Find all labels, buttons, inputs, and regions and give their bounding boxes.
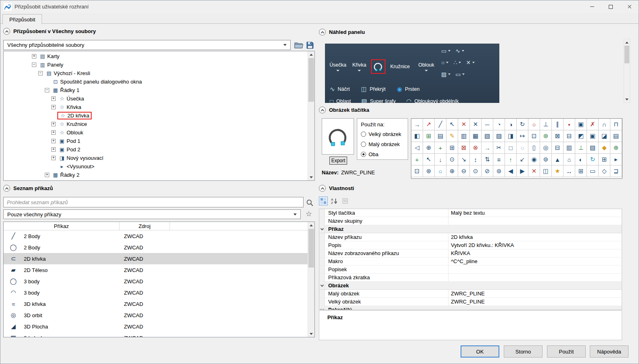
palette-icon[interactable]: ↘	[458, 154, 470, 165]
column-header-command[interactable]: Příkaz	[4, 222, 119, 230]
collapse-section-button[interactable]	[319, 107, 326, 113]
property-row[interactable]: Malý obrázekZWRC_PLINE	[319, 290, 622, 298]
palette-icon[interactable]: ⊠	[458, 142, 470, 154]
palette-icon[interactable]: ✂	[493, 142, 505, 154]
palette-icon[interactable]: ⊞	[575, 165, 587, 177]
category-collapse-button[interactable]	[319, 225, 325, 233]
radio-option[interactable]: Velký obrázek	[361, 129, 408, 139]
palette-icon[interactable]: ◪	[599, 130, 610, 142]
palette-icon[interactable]: ─	[482, 119, 493, 130]
expand-plus-icon[interactable]: +	[51, 105, 56, 109]
palette-icon[interactable]: ╱	[435, 119, 446, 130]
palette-icon[interactable]: ⊡	[528, 130, 540, 142]
palette-icon[interactable]: ⊞	[599, 154, 610, 165]
palette-icon[interactable]: ▯	[528, 142, 540, 154]
palette-icon[interactable]: ▪	[564, 119, 575, 130]
categorized-view-button[interactable]	[319, 197, 328, 205]
scrollbar-thumb[interactable]	[308, 58, 314, 102]
ribbon-button[interactable]: ◫Překrýt	[361, 86, 385, 93]
collapse-minus-icon[interactable]: −	[32, 63, 36, 67]
ribbon-button[interactable]: ▨Super šrafy	[361, 98, 396, 103]
palette-icon[interactable]: ◔	[493, 119, 505, 130]
palette-icon[interactable]: ○	[435, 165, 446, 177]
file-filter-combobox[interactable]: Všechny přizpůsobitelné soubory	[3, 40, 291, 50]
command-row[interactable]: ≈3D křivkaZWCAD	[4, 298, 308, 310]
palette-icon[interactable]: ↕	[470, 154, 482, 165]
palette-icon[interactable]: ◌	[517, 142, 528, 154]
palette-icon[interactable]: ◨	[505, 130, 517, 142]
ok-button[interactable]: OK	[461, 345, 499, 358]
palette-icon[interactable]: ✗	[587, 119, 599, 130]
palette-icon[interactable]: ✎	[446, 130, 458, 142]
scroll-down-button[interactable]	[308, 174, 314, 180]
tree-item[interactable]: ☆2D křivka	[4, 111, 308, 120]
ribbon-button[interactable]: □Oblast	[330, 98, 351, 103]
palette-icon[interactable]: ▥	[458, 130, 470, 142]
property-row[interactable]: Styl tlačítkaMalý bez textu	[319, 209, 622, 217]
palette-icon[interactable]: ⊞	[446, 142, 458, 154]
palette-icon[interactable]: ⊚	[493, 165, 505, 177]
help-button[interactable]: Nápověda	[590, 345, 629, 358]
palette-icon[interactable]: ↔	[564, 165, 575, 177]
command-row[interactable]: ◯2 BodyZWCAD	[4, 242, 308, 253]
palette-icon[interactable]: ⌂	[564, 154, 575, 165]
palette-icon[interactable]: ⊟	[552, 142, 564, 154]
palette-icon[interactable]: ⊛	[423, 165, 435, 177]
palette-icon[interactable]: ↖	[423, 154, 435, 165]
expand-plus-icon[interactable]: +	[51, 156, 56, 160]
palette-icon[interactable]: ↓	[435, 154, 446, 165]
palette-icon[interactable]: ○	[528, 119, 540, 130]
property-row[interactable]: Velký obrázekZWRC_PLINE	[319, 298, 622, 306]
scroll-up-button[interactable]	[624, 39, 630, 46]
palette-icon[interactable]: ▭	[587, 165, 599, 177]
command-row[interactable]: ╱2 BodyZWCAD	[4, 230, 308, 242]
command-filter-combobox[interactable]: Pouze všechny příkazy	[3, 209, 301, 219]
command-row[interactable]: ⊂2D křivkaZWCAD	[4, 253, 308, 264]
expand-plus-icon[interactable]: +	[45, 173, 49, 177]
palette-icon[interactable]: ↑	[505, 154, 517, 165]
maximize-button[interactable]	[601, 0, 620, 13]
category-collapse-button[interactable]	[319, 306, 325, 310]
palette-icon[interactable]: ⊠	[552, 130, 564, 142]
tree-item[interactable]: ▸<Vysunout>	[4, 162, 308, 171]
expand-plus-icon[interactable]: +	[51, 147, 56, 152]
palette-icon[interactable]: ⊗	[470, 142, 482, 154]
palette-icon[interactable]: ⊞	[423, 130, 435, 142]
scroll-down-button[interactable]	[308, 331, 314, 337]
expand-plus-icon[interactable]: +	[32, 54, 36, 59]
palette-icon[interactable]: →	[482, 142, 493, 154]
palette-icon[interactable]: ∥	[552, 119, 564, 130]
ribbon-squiggle-button[interactable]: ∿	[455, 48, 464, 54]
property-row[interactable]: Název příkazu2D křivka	[319, 233, 622, 241]
palette-icon[interactable]: ★	[552, 165, 564, 177]
tree-item[interactable]: −▤Výchozí - Kresli	[4, 69, 308, 77]
palette-icon[interactable]: ◑	[505, 119, 517, 130]
palette-icon[interactable]: □	[505, 142, 517, 154]
palette-icon[interactable]: ⊥	[540, 119, 552, 130]
ribbon-dots-button[interactable]: ∴	[453, 59, 461, 66]
ribbon-button[interactable]: Oblouk	[415, 54, 437, 79]
favorites-star-icon[interactable]: ☆	[306, 209, 312, 218]
palette-icon[interactable]: ▤	[610, 130, 622, 142]
palette-icon[interactable]: ∩	[599, 119, 610, 130]
cancel-button[interactable]: Storno	[504, 345, 543, 358]
palette-icon[interactable]: ◐	[575, 154, 587, 165]
palette-icon[interactable]: ▧	[482, 130, 493, 142]
ribbon-button[interactable]: Úsečka	[327, 54, 348, 79]
palette-icon[interactable]: ▣	[587, 130, 599, 142]
palette-icon[interactable]: ⊡	[411, 165, 423, 177]
apply-button[interactable]: Použít	[547, 345, 586, 358]
palette-icon[interactable]: ↻	[587, 154, 599, 165]
scrollbar-thumb[interactable]	[308, 229, 314, 268]
palette-icon[interactable]: ▶	[517, 165, 528, 177]
expand-plus-icon[interactable]: +	[51, 96, 56, 101]
palette-icon[interactable]: ↦	[517, 130, 528, 142]
palette-icon[interactable]: ↖	[446, 119, 458, 130]
command-search-input[interactable]	[7, 199, 300, 205]
tab-prizpusobit[interactable]: Přizpůsobit	[2, 14, 42, 24]
palette-icon[interactable]: ⊘	[482, 165, 493, 177]
palette-icon[interactable]: ≡	[493, 154, 505, 165]
property-row[interactable]: Příkazová zkratka	[319, 274, 622, 282]
tree-item[interactable]: −▦Řádky 1	[4, 86, 308, 94]
palette-icon[interactable]: ◫	[540, 165, 552, 177]
